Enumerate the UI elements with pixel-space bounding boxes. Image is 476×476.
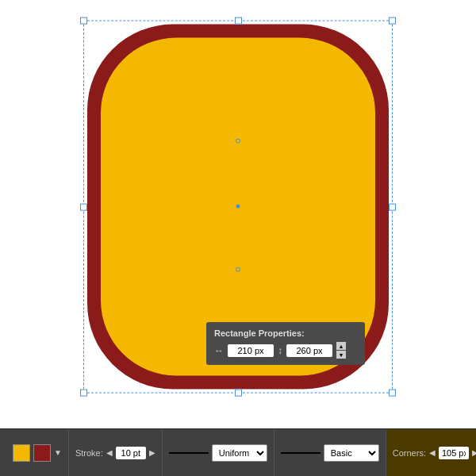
line-style-select[interactable]: Basic Round [324,444,379,462]
height-stepper[interactable]: ▲ ▼ [336,342,346,359]
center-dot-bottom [236,267,240,272]
height-icon: ↕ [278,345,282,356]
height-stepper-down[interactable]: ▼ [336,351,346,359]
width-icon: ↔ [214,345,224,356]
properties-popup: Rectangle Properties: ↔ ↕ ▲ ▼ [206,322,365,365]
stroke-label: Stroke: [75,448,103,458]
stroke-value-input[interactable] [116,447,146,459]
stroke-left-arrow[interactable]: ◀ [106,448,113,457]
canvas-area: Rectangle Properties: ↔ ↕ ▲ ▼ [0,0,476,428]
stroke-style-select[interactable]: Uniform Dashed Dotted [212,444,267,462]
color-swatches-section: ▼ [6,429,69,476]
height-stepper-up[interactable]: ▲ [336,342,346,350]
center-dot-top [236,138,240,143]
stroke-swatch[interactable] [33,444,51,462]
width-input[interactable] [228,344,274,357]
corners-right-arrow[interactable]: ▶ [472,448,476,457]
corners-value-input[interactable] [439,447,469,459]
line-style-preview [281,452,321,454]
stroke-right-arrow[interactable]: ▶ [149,448,155,457]
line-style-section: Basic Round [274,429,386,476]
swatch-arrow[interactable]: ▼ [54,448,62,457]
center-dot-mid [236,205,240,209]
corners-label: Corners: [393,448,426,458]
popup-title: Rectangle Properties: [214,328,357,338]
bottom-toolbar: ▼ Stroke: ◀ ▶ Uniform Dashed Dotted Basi… [0,428,476,476]
corners-left-arrow[interactable]: ◀ [429,448,436,457]
fill-swatch[interactable] [13,444,30,462]
stroke-style-section: Uniform Dashed Dotted [163,429,274,476]
popup-row: ↔ ↕ ▲ ▼ [214,342,357,359]
stroke-section: Stroke: ◀ ▶ [69,429,163,476]
corners-section: Corners: ◀ ▶ [386,429,476,476]
stroke-line-preview [169,452,209,454]
height-input[interactable] [286,344,332,357]
